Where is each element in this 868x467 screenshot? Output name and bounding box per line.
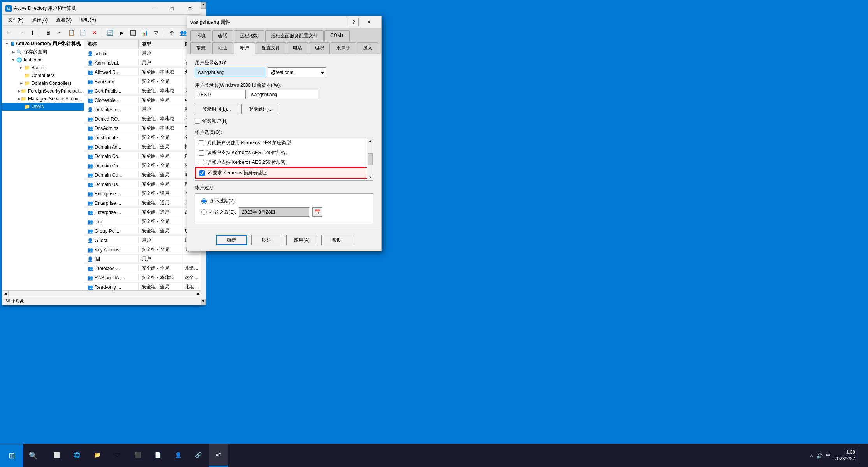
- tree-computers[interactable]: 📁 Computers: [2, 72, 84, 79]
- taskbar-win-security[interactable]: 🛡: [107, 444, 127, 467]
- taskbar-search[interactable]: 🔍: [23, 444, 43, 467]
- toolbar-btn-1[interactable]: 🖥: [43, 28, 53, 38]
- scrollbar-down-btn[interactable]: ▼: [201, 299, 206, 305]
- list-row[interactable]: 👥 DnsUpdate... 安全组 - 全局 允许替其他客户端...: [84, 133, 202, 142]
- taskbar-explorer[interactable]: 📁: [87, 444, 107, 467]
- cb-kerberos-aes256[interactable]: [199, 160, 204, 165]
- list-row[interactable]: 👥 RAS and IA... 安全组 - 本地域 这个组中的服务器...: [84, 273, 202, 283]
- list-row[interactable]: 👥 Domain Ad... 安全组 - 全局 指定的域管理员: [84, 142, 202, 152]
- list-row[interactable]: 👥 Domain Co... 安全组 - 全局 域所有域控制器...: [84, 161, 202, 170]
- toolbar-up[interactable]: ⬆: [28, 28, 38, 38]
- date-picker-button[interactable]: 📅: [312, 207, 322, 217]
- taskbar-task-view[interactable]: ⬜: [47, 444, 66, 467]
- tab-remote-control[interactable]: 远程控制: [234, 30, 264, 41]
- tree-expand-testcom[interactable]: ▼: [10, 57, 16, 63]
- help-button[interactable]: 帮助: [321, 235, 352, 245]
- tab-environment[interactable]: 环境: [190, 30, 211, 41]
- col-type[interactable]: 类型: [139, 40, 181, 49]
- toolbar-forward[interactable]: →: [16, 28, 26, 38]
- tree-root[interactable]: ▼ 🖥 Active Directory 用户和计算机: [2, 40, 84, 48]
- tree-test-com[interactable]: ▼ 🌐 test.com: [2, 56, 84, 64]
- toolbar-btn-4[interactable]: 📄: [78, 28, 88, 38]
- logon-time-button[interactable]: 登录时间(L)...: [195, 104, 238, 114]
- close-button[interactable]: ✕: [181, 2, 199, 15]
- options-scrollbar[interactable]: ▲ ▼: [367, 138, 373, 180]
- toolbar-back[interactable]: ←: [4, 28, 15, 38]
- tree-users[interactable]: 📁 Users: [2, 103, 84, 111]
- tree-expand-foreign[interactable]: ▶: [18, 88, 21, 94]
- tree-expand-users[interactable]: [18, 104, 24, 110]
- list-row[interactable]: 👥 Group Poli... 安全组 - 全局 这个组中的成员可...: [84, 226, 202, 236]
- toolbar-btn-7[interactable]: 🔲: [128, 28, 139, 38]
- options-scroll-down[interactable]: ▼: [368, 176, 372, 179]
- tab-account[interactable]: 帐户: [234, 42, 255, 54]
- tab-address[interactable]: 地址: [212, 42, 233, 54]
- tab-general[interactable]: 常规: [190, 42, 211, 54]
- list-row[interactable]: 👥 Cert Publis... 安全组 - 本地域 此组的成员被允许...: [84, 86, 202, 96]
- tree-saved-queries[interactable]: ▶ 🔍 保存的查询: [2, 48, 84, 56]
- list-row[interactable]: 👥 Read-only ... 安全组 - 全局 此组的成员是域...: [84, 283, 202, 290]
- tab-session[interactable]: 会话: [212, 30, 233, 41]
- toolbar-btn-delete[interactable]: ✕: [89, 28, 100, 38]
- tree-foreign[interactable]: ▶ 📁 ForeignSecurityPrincipal...: [2, 87, 84, 95]
- taskbar-ad-window[interactable]: AD: [209, 444, 228, 467]
- list-row[interactable]: 👤 admin 用户: [84, 49, 202, 58]
- list-row[interactable]: 👥 Domain Gu... 安全组 - 全局 域的所有来宾: [84, 170, 202, 180]
- menu-view[interactable]: 查看(V): [52, 15, 76, 25]
- cb-kerberos-preauth[interactable]: [199, 170, 205, 176]
- h-scroll-left[interactable]: ◀: [2, 291, 9, 297]
- list-row[interactable]: 👤 Administrat... 用户 管理计算机(域)的...: [84, 58, 202, 68]
- show-desktop-btn[interactable]: [859, 448, 862, 463]
- minimize-button[interactable]: ─: [145, 2, 163, 15]
- toolbar-filter[interactable]: ▽: [151, 28, 162, 38]
- tab-com[interactable]: COM+: [324, 30, 350, 41]
- taskbar-cmd[interactable]: ⬛: [128, 444, 147, 467]
- date-input[interactable]: [239, 207, 309, 217]
- list-row[interactable]: 👥 Domain Us... 安全组 - 全局 所有域用户: [84, 180, 202, 189]
- tree-managed[interactable]: ▶ 📁 Managed Service Accou...: [2, 95, 84, 103]
- dialog-help-button[interactable]: ?: [349, 18, 359, 26]
- win2000-domain-input[interactable]: [195, 90, 246, 99]
- taskbar-clock[interactable]: 1:08 2023/2/27: [835, 449, 855, 462]
- list-row[interactable]: 👥 Domain Co... 安全组 - 全局 加入到域中的所有...: [84, 152, 202, 161]
- list-row[interactable]: 👥 exp 安全组 - 全局: [84, 217, 202, 226]
- radio-never[interactable]: [201, 198, 207, 204]
- list-row[interactable]: 👥 Enterprise ... 安全组 - 通用 此组的成员可以...: [84, 198, 202, 208]
- taskbar-user-mgr[interactable]: 👤: [168, 444, 188, 467]
- menu-file[interactable]: 文件(F): [4, 15, 27, 25]
- cb-kerberos-aes128[interactable]: [199, 150, 204, 156]
- unlock-checkbox[interactable]: [195, 119, 200, 124]
- dialog-close-button[interactable]: ✕: [360, 16, 378, 28]
- username-input[interactable]: [195, 68, 265, 77]
- list-row[interactable]: 👥 DnsAdmins 安全组 - 本地域 DNS Administrat...: [84, 124, 202, 133]
- col-name[interactable]: 名称: [84, 40, 139, 49]
- tree-expand-root[interactable]: ▼: [4, 41, 10, 47]
- list-row[interactable]: 👥 BanGong 安全组 - 全局: [84, 77, 202, 86]
- taskbar-ie[interactable]: 🌐: [67, 444, 86, 467]
- taskbar-network[interactable]: 🔗: [188, 444, 208, 467]
- scrollbar-up-btn[interactable]: ▲: [201, 2, 206, 9]
- ok-button[interactable]: 确定: [216, 235, 247, 245]
- list-row[interactable]: 👤 DefaultAcc... 用户 系统管理的用户帐...: [84, 105, 202, 114]
- toolbar-btn-5[interactable]: 🔄: [105, 28, 115, 38]
- toolbar-btn-3[interactable]: 📋: [66, 28, 77, 38]
- toolbar-btn-2[interactable]: ✂: [55, 28, 65, 38]
- tree-expand-sq[interactable]: ▶: [10, 49, 16, 55]
- tree-expand-builtin[interactable]: ▶: [18, 65, 24, 71]
- tree-dc[interactable]: ▶ 📁 Domain Controllers: [2, 79, 84, 87]
- cancel-button[interactable]: 取消: [251, 235, 282, 245]
- tab-member-of[interactable]: 隶属于: [331, 42, 356, 54]
- start-button[interactable]: ⊞: [0, 444, 23, 467]
- list-row[interactable]: 👥 Enterprise ... 安全组 - 通用 企业的指定系统管...: [84, 189, 202, 198]
- tray-lang[interactable]: 中: [826, 452, 831, 459]
- win2000-username-input[interactable]: [248, 90, 318, 99]
- cb-kerberos-des[interactable]: [199, 140, 204, 146]
- tab-remote-desktop[interactable]: 远程桌面服务配置文件: [265, 30, 324, 41]
- list-row[interactable]: 👥 Allowed R... 安全组 - 本地域 允许将此组中成员...: [84, 68, 202, 77]
- tray-volume[interactable]: 🔊: [816, 453, 823, 459]
- options-scroll-up[interactable]: ▲: [368, 139, 372, 143]
- list-row[interactable]: 👤 lisi 用户: [84, 255, 202, 264]
- h-scrollbar[interactable]: ◀ ▶: [2, 290, 202, 297]
- tree-expand-dc[interactable]: ▶: [18, 80, 24, 86]
- menu-action[interactable]: 操作(A): [28, 15, 51, 25]
